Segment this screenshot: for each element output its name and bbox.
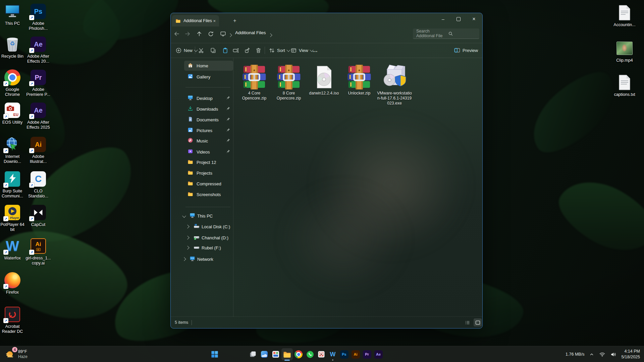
chevron-right-icon[interactable]	[185, 225, 189, 228]
chevron-right-icon[interactable]	[185, 236, 189, 239]
desktop-icon-accounting-file[interactable]: Accountin...	[610, 4, 639, 27]
maximize-button[interactable]	[451, 13, 466, 25]
chevron-right-icon[interactable]	[185, 246, 189, 249]
shortcut-arrow-icon: ↗	[3, 183, 8, 188]
up-button[interactable]	[194, 29, 204, 39]
search-box[interactable]: Search Additional File	[413, 28, 479, 39]
sidebar-item-this-pc[interactable]: This PC	[183, 211, 234, 221]
sidebar-item-videos[interactable]: Videos	[184, 147, 233, 157]
desktop-icon-capcut[interactable]: ↗ CapCut	[24, 204, 52, 227]
new-tab-button[interactable]: +	[231, 17, 238, 24]
waterfox-taskbar-icon[interactable]: W	[327, 348, 338, 360]
close-button[interactable]: ×	[466, 13, 482, 25]
desktop-icon-photoshop[interactable]: Ps↗ Adobe Photosh...	[24, 3, 52, 32]
desktop-icon-ai-file[interactable]: AiAI↗ girl-dress_1... copy.ai	[24, 237, 52, 266]
photos-app-icon[interactable]	[259, 348, 270, 360]
shortcut-arrow-icon: ↗	[3, 250, 8, 255]
desktop-icon-this-pc[interactable]: This PC	[0, 3, 26, 26]
desktop-icon-acrobat-reader[interactable]: ↗ Acrobat Reader DC	[0, 306, 26, 335]
chrome-taskbar-icon[interactable]	[293, 348, 304, 360]
pin-icon	[226, 138, 230, 143]
sidebar-item-drive-d[interactable]: Chanchal (D:)	[186, 233, 237, 243]
desktop-icon-eos-utility[interactable]: EU↗ EOS Utility	[0, 102, 26, 125]
sidebar-item-project12[interactable]: Project 12	[184, 157, 233, 167]
sidebar-item-home[interactable]: Home	[184, 61, 233, 71]
wifi-icon[interactable]	[599, 351, 605, 358]
sidebar-item-downloads[interactable]: Downloads	[184, 104, 233, 114]
sidebar-item-compressed[interactable]: Compressed	[184, 179, 233, 189]
file-item[interactable]: VMware-workstation-full-17.6.1-24319023.…	[377, 62, 412, 106]
sidebar-item-documents[interactable]: Documents	[184, 115, 233, 125]
sidebar-item-projects[interactable]: Projects	[184, 168, 233, 178]
cut-button[interactable]	[195, 44, 207, 57]
breadcrumb-folder[interactable]: Additional Files	[235, 30, 266, 35]
desktop-icon-firefox[interactable]: ↗ Firefox	[0, 272, 26, 295]
explorer-tab[interactable]: Additional Files ×	[172, 15, 219, 26]
file-item[interactable]: darwin12.2.4.iso	[307, 62, 341, 96]
paste-button[interactable]	[219, 44, 231, 57]
illustrator-taskbar-icon[interactable]: Ai	[350, 348, 361, 360]
desktop-icon-potplayer[interactable]: Player↗ PotPlayer 64 bit	[0, 204, 26, 233]
file-explorer-button[interactable]	[281, 348, 293, 360]
details-view-button[interactable]	[463, 318, 471, 326]
clock[interactable]: 4:14 PM 5/18/2025	[621, 349, 640, 360]
desktop-icon-label: Acrobat Reader DC	[0, 324, 26, 335]
forward-button[interactable]	[182, 29, 193, 39]
task-view-button[interactable]	[247, 348, 259, 360]
premiere-icon: Pr↗	[30, 69, 47, 86]
refresh-button[interactable]	[206, 29, 216, 39]
desktop-icon-internet-download-manager[interactable]: ↗ Internet Downlo...	[0, 136, 26, 165]
copy-button[interactable]	[207, 44, 219, 57]
desktop-icon-google-chrome[interactable]: ↗ Google Chrome	[0, 69, 26, 98]
winrar-archive-icon	[271, 62, 306, 90]
volume-icon[interactable]	[610, 351, 616, 358]
desktop-icon-after-effects[interactable]: Ae↗ Adobe After Effects 20...	[24, 36, 52, 64]
text-file-icon	[616, 74, 633, 91]
tray-chevron-up-icon[interactable]	[589, 352, 594, 357]
minimize-button[interactable]: –	[435, 13, 451, 25]
whatsapp-icon[interactable]	[304, 348, 316, 360]
after-effects-taskbar-icon[interactable]: Ae	[373, 348, 384, 360]
rename-button[interactable]	[230, 44, 241, 57]
drive-d-icon	[194, 234, 200, 241]
weather-widget[interactable]: 4 89°F Haze	[3, 348, 30, 361]
chevron-down-icon[interactable]	[182, 214, 186, 218]
search-icon[interactable]	[448, 31, 477, 36]
taskbar-apps: W Ps Ai Pr Ae	[247, 348, 384, 360]
sidebar-item-network[interactable]: Network	[183, 254, 234, 264]
file-item[interactable]: 4 Core Opencore.zip	[237, 62, 272, 101]
sidebar-item-drive-f[interactable]: Rubel (F:)	[186, 243, 237, 253]
back-button[interactable]	[172, 29, 182, 39]
desktop-icon-illustrator[interactable]: Ai↗ Adobe Illustrat...	[24, 136, 52, 165]
desktop-icon-clip-video[interactable]: Clip.mp4	[610, 40, 639, 63]
file-item[interactable]: 8 Core Opencore.zip	[271, 62, 306, 101]
share-button[interactable]	[241, 44, 253, 57]
sidebar-item-pictures[interactable]: Pictures	[184, 125, 233, 135]
breadcrumb-device-icon[interactable]	[219, 29, 227, 39]
photoshop-taskbar-icon[interactable]: Ps	[338, 348, 350, 360]
desktop-icon-clo[interactable]: C↗ CLO Standalo...	[24, 170, 52, 199]
desktop-icon-burp-suite[interactable]: ↗ Burp Suite Communi...	[0, 170, 26, 199]
sidebar-item-music[interactable]: Music	[184, 136, 233, 146]
desktop-icon-premiere[interactable]: Pr↗ Adobe Premiere P...	[24, 69, 52, 98]
start-button[interactable]	[208, 348, 221, 360]
desktop-icon-waterfox[interactable]: W↗ Waterfox	[0, 237, 26, 261]
document-file-icon	[616, 4, 633, 21]
sidebar-item-desktop[interactable]: Desktop	[184, 93, 233, 103]
delete-button[interactable]	[253, 44, 264, 57]
desktop-icon-recycle-bin[interactable]: ♻ Recycle Bin	[0, 36, 26, 59]
tab-close-button[interactable]: ×	[212, 18, 217, 24]
large-icons-view-button[interactable]	[474, 318, 482, 326]
sidebar-item-screenshots[interactable]: Screenshots	[184, 189, 233, 199]
desktop-icon-after-effects-2025[interactable]: Ae↗ Adobe After Effects 2025	[24, 102, 52, 130]
screen-capture-icon[interactable]	[316, 348, 327, 360]
office-app-icon[interactable]	[270, 348, 281, 360]
premiere-taskbar-icon[interactable]: Pr	[361, 348, 373, 360]
sidebar-item-gallery[interactable]: Gallery	[184, 72, 233, 82]
desktop-icon-captions-file[interactable]: captions.txt	[610, 74, 639, 97]
more-options-button[interactable]: …	[310, 44, 320, 57]
sidebar-item-local-disk-c[interactable]: Local Disk (C:)	[186, 222, 237, 232]
chevron-right-icon[interactable]	[182, 257, 186, 261]
preview-button[interactable]: Preview	[451, 44, 481, 57]
file-item[interactable]: Unlocker.zip	[342, 62, 377, 96]
